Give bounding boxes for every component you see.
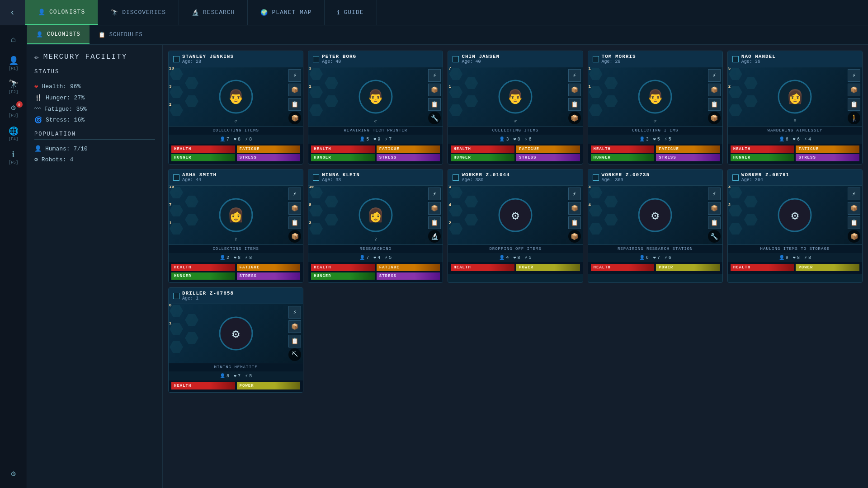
card-checkbox[interactable] bbox=[173, 174, 179, 181]
portrait-human: 👨 bbox=[359, 80, 392, 114]
colonist-card-2[interactable]: Chin Jansen Age: 40 71 👨 ♂ ⚡📦📋 📦 Collect… bbox=[448, 51, 583, 164]
stat-fatigue: ⚡ 8 bbox=[804, 255, 811, 260]
hex-skill-2 bbox=[589, 104, 603, 116]
stat-health: ❤ 8 bbox=[234, 136, 241, 142]
sidebar-f1[interactable]: 👤 [F1] bbox=[3, 52, 24, 74]
colonist-card-10[interactable]: Driller Z-07658 Age: 1 61 ⚙ ⚡📦📋 ⛏ Mining… bbox=[168, 287, 303, 393]
fatigue-val: 4 bbox=[808, 137, 811, 142]
robots-value: 4 bbox=[70, 156, 73, 163]
sub-colonists-icon: 👤 bbox=[36, 31, 43, 38]
stat-str: 👤 2 bbox=[220, 255, 229, 260]
portrait-human: 👩 bbox=[219, 198, 253, 232]
card-stats: 👤 2 ❤ 8 ⚡ 8 bbox=[169, 253, 303, 262]
colonist-age: Age: 40 bbox=[462, 59, 578, 64]
nav-tab-discoveries[interactable]: 🔭 Discoveries bbox=[98, 0, 179, 25]
stat-health: ❤ 4 bbox=[373, 255, 380, 260]
activity-icon: 📦 bbox=[288, 230, 301, 243]
colonist-name: Stanley Jenkins bbox=[182, 54, 298, 59]
item-box-0: ⚡ bbox=[288, 306, 301, 319]
sub-tab-schedules[interactable]: 📋 Schedules bbox=[90, 25, 152, 44]
bars-row-2: HungerStress bbox=[171, 272, 300, 280]
bar-stress-2: Stress bbox=[516, 154, 580, 161]
stat-str: 👤 3 bbox=[499, 136, 509, 142]
card-checkbox[interactable] bbox=[173, 56, 179, 62]
sidebar-settings[interactable]: ⚙ bbox=[3, 463, 24, 484]
bar-fatigue: Fatigue bbox=[237, 264, 301, 271]
colonist-age: Age: 1 bbox=[182, 296, 298, 301]
bars-row-1: HealthFatigue bbox=[311, 264, 440, 271]
card-bars: HealthPower bbox=[448, 262, 582, 274]
card-checkbox[interactable] bbox=[313, 174, 319, 181]
nav-tab-planet-map[interactable]: 🌍 Planet Map bbox=[248, 0, 325, 25]
card-activity: Repairing Tech Printer bbox=[308, 126, 443, 135]
card-checkbox[interactable] bbox=[313, 56, 319, 62]
str-icon: 👤 bbox=[220, 373, 225, 379]
colonist-card-5[interactable]: Asha Smith Age: 44 1071 👩 ♀ ⚡📦📋 📦 Collec… bbox=[168, 169, 303, 283]
stat-fatigue: ⚡ 6 bbox=[665, 255, 671, 260]
colonist-card-0[interactable]: Stanley Jenkins Age: 28 1032 👨 ♂ ⚡📦📋 📦 C… bbox=[168, 51, 303, 164]
f3-label: [F3] bbox=[9, 113, 19, 118]
right-items: ⚡📦📋 bbox=[568, 188, 581, 229]
stat-fatigue: ⚡ 6 bbox=[525, 136, 532, 142]
stat-health: ❤ 8 bbox=[793, 255, 800, 260]
str-icon: 👤 bbox=[220, 255, 225, 260]
sidebar-f5[interactable]: ℹ [F5] bbox=[3, 146, 24, 168]
item-box-2: 📋 bbox=[428, 216, 441, 229]
card-header: Ninna Klein Age: 33 bbox=[308, 169, 443, 186]
colonist-card-9[interactable]: Worker Z-08791 Age: 364 32 ⚙ ⚡📦📋 📦 Hauli… bbox=[727, 169, 863, 283]
nav-tab-guide[interactable]: ℹ Guide bbox=[325, 0, 377, 25]
colonist-card-3[interactable]: Tom Morris Age: 28 11 👨 ♂ ⚡📦📋 📦 Collecti… bbox=[588, 51, 723, 164]
nav-tab-colonists[interactable]: 👤 Colonists bbox=[25, 0, 98, 25]
colonist-card-8[interactable]: Worker Z-00735 Age: 369 34 ⚙ ⚡📦📋 🔧 Repai… bbox=[588, 169, 723, 283]
card-header: Stanley Jenkins Age: 28 bbox=[169, 51, 303, 67]
card-checkbox[interactable] bbox=[453, 174, 459, 181]
card-body: 342 ⚙ ⚡📦📋 📦 bbox=[448, 186, 582, 244]
back-button[interactable]: ‹ bbox=[0, 0, 25, 25]
colonist-card-7[interactable]: Worker Z-01044 Age: 380 342 ⚙ ⚡📦📋 📦 Drop… bbox=[448, 169, 583, 283]
fatigue-val: 6 bbox=[529, 137, 532, 142]
str-val: 7 bbox=[366, 255, 369, 260]
card-checkbox[interactable] bbox=[173, 293, 179, 299]
card-checkbox[interactable] bbox=[732, 174, 739, 181]
health-val: 8 bbox=[797, 255, 800, 260]
bars-row-2: HungerStress bbox=[171, 154, 300, 161]
card-checkbox[interactable] bbox=[453, 56, 459, 62]
bar-power: Power bbox=[237, 382, 301, 389]
skill-num-1: 2 bbox=[728, 203, 731, 207]
health-val: 9 bbox=[377, 137, 380, 142]
card-bars: HealthFatigueHungerStress bbox=[169, 144, 303, 164]
card-body: 1071 👩 ♀ ⚡📦📋 📦 bbox=[169, 186, 303, 244]
portrait-human: 👨 bbox=[219, 80, 253, 114]
card-activity: Researching bbox=[308, 244, 443, 253]
colonist-age: Age: 40 bbox=[322, 59, 438, 64]
fatigue-icon: ⚡ bbox=[665, 136, 667, 142]
colonist-card-4[interactable]: Nao Mandel Age: 36 52 👩 ♀ ⚡📦📋 🚶 Wanderin… bbox=[727, 51, 863, 164]
stat-str: 👤 7 bbox=[220, 136, 229, 142]
hex-skill-1 bbox=[589, 86, 603, 98]
activity-icon: 📦 bbox=[288, 112, 301, 124]
colonist-name: Driller Z-07658 bbox=[182, 291, 298, 296]
sidebar-f4[interactable]: 🌐 [F4] bbox=[3, 123, 24, 145]
right-items: ⚡📦📋 bbox=[848, 69, 860, 111]
bars-row-2: HungerStress bbox=[311, 272, 440, 280]
stat-health: ❤ 6 bbox=[793, 136, 800, 142]
humans-icon: 👤 bbox=[34, 145, 42, 152]
facility-name: Mercury Facility bbox=[43, 53, 127, 61]
card-checkbox[interactable] bbox=[732, 56, 739, 62]
nav-tab-research[interactable]: 🔬 Research bbox=[179, 0, 248, 25]
sidebar-home[interactable]: ⌂ bbox=[3, 29, 24, 51]
card-header: Nao Mandel Age: 36 bbox=[728, 51, 862, 67]
right-items: ⚡📦📋 bbox=[848, 188, 860, 229]
research-tab-label: Research bbox=[203, 9, 235, 16]
sidebar-f2[interactable]: 🔭 [F2] bbox=[3, 76, 24, 98]
colonist-card-6[interactable]: Ninna Klein Age: 33 1083 👩 ♀ ⚡📦📋 🔬 Resea… bbox=[308, 169, 443, 283]
colonist-card-1[interactable]: Peter Borg Age: 40 31 👨 ♂ ⚡📦📋 🔧 Repairin… bbox=[308, 51, 443, 164]
str-icon: 👤 bbox=[639, 255, 645, 260]
right-items: ⚡📦📋 bbox=[428, 188, 441, 229]
card-checkbox[interactable] bbox=[593, 174, 599, 181]
sub-tab-colonists[interactable]: 👤 Colonists bbox=[27, 25, 90, 44]
hex-skill-2 bbox=[170, 104, 183, 116]
sidebar-f3[interactable]: ⚙ [F3] 9 bbox=[3, 99, 24, 121]
card-checkbox[interactable] bbox=[593, 56, 599, 62]
f3-badge: 9 bbox=[16, 101, 23, 108]
